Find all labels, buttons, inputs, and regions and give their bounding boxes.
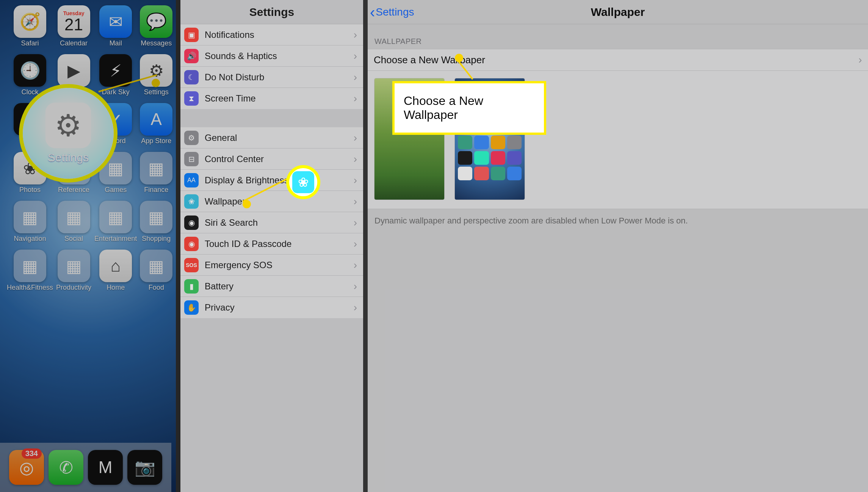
notifications-icon: ▣ xyxy=(184,28,199,42)
row-label: Wallpaper xyxy=(205,196,354,207)
app-label: Home xyxy=(107,284,125,292)
annotation-dot xyxy=(152,79,160,87)
app-label: Shopping xyxy=(142,235,171,243)
nav-title: Wallpaper xyxy=(591,6,645,19)
battery-icon: ▮ xyxy=(184,279,199,294)
app-home[interactable]: ⌂Home xyxy=(94,250,137,292)
nav-bar: ‹ Settings Wallpaper xyxy=(368,0,868,24)
settings-row-do-not-disturb[interactable]: ☾Do Not Disturb› xyxy=(180,67,363,88)
chevron-right-icon: › xyxy=(354,29,357,41)
settings-group-2: ⚙︎General›⊟Control Center›AADisplay & Br… xyxy=(180,127,363,318)
chevron-right-icon: › xyxy=(354,238,357,250)
chevron-right-icon: › xyxy=(354,50,357,62)
navigation-icon: ▦ xyxy=(14,201,46,233)
back-button[interactable]: ‹ Settings xyxy=(370,5,414,20)
dock-app-camera[interactable]: 📷 xyxy=(127,450,162,485)
mini-app-icon xyxy=(474,151,489,165)
dock-app-movies[interactable]: M xyxy=(88,450,123,485)
app-label: Health&Fitness xyxy=(7,284,53,292)
mini-app-icon xyxy=(458,167,472,180)
chevron-left-icon: ‹ xyxy=(370,5,375,20)
app-label: Clock xyxy=(22,88,39,96)
settings-row-screen-time[interactable]: ⧗Screen Time› xyxy=(180,88,363,109)
app-safari[interactable]: 🧭Safari xyxy=(7,5,53,47)
app-label: Photos xyxy=(19,186,41,194)
app-mail[interactable]: ✉︎Mail xyxy=(94,5,137,47)
settings-row-touch-id-passcode[interactable]: ◉Touch ID & Passcode› xyxy=(180,233,363,255)
app-label: Reference xyxy=(58,186,89,194)
app-label: Navigation xyxy=(14,235,46,243)
settings-row-battery[interactable]: ▮Battery› xyxy=(180,276,363,297)
calendar-icon: Tuesday21 xyxy=(58,5,90,38)
sounds-haptics-icon: 🔊 xyxy=(184,49,199,63)
app-shopping[interactable]: ▦Shopping xyxy=(140,201,172,243)
wallpaper-icon: ❀ xyxy=(292,171,314,193)
do-not-disturb-icon: ☾ xyxy=(184,70,199,84)
mini-app-icon xyxy=(507,136,522,149)
display-brightness-icon: AA xyxy=(184,173,199,187)
settings-row-siri-search[interactable]: ◉Siri & Search› xyxy=(180,212,363,233)
siri-search-icon: ◉ xyxy=(184,216,199,230)
touch-id-passcode-icon: ◉ xyxy=(184,237,199,251)
annotation-dot xyxy=(455,54,463,62)
app-productivity[interactable]: ▦Productivity xyxy=(56,250,91,292)
footer-note: Dynamic wallpaper and perspective zoom a… xyxy=(368,209,868,233)
settings-row-privacy[interactable]: ✋Privacy› xyxy=(180,297,363,318)
callout-choose-new-wallpaper: Choose a New Wallpaper xyxy=(392,81,546,135)
app-app-store[interactable]: AApp Store xyxy=(140,103,172,145)
section-header: WALLPAPER xyxy=(368,24,868,49)
health-fitness-icon: ▦ xyxy=(14,250,46,282)
row-label: General xyxy=(205,133,354,143)
app-entertainment[interactable]: ▦Entertainment xyxy=(94,201,137,243)
chevron-right-icon: › xyxy=(354,301,357,314)
row-label: Do Not Disturb xyxy=(205,72,354,83)
app-label: Calendar xyxy=(60,39,88,47)
app-navigation[interactable]: ▦Navigation xyxy=(7,201,53,243)
row-label: Emergency SOS xyxy=(205,260,354,270)
dock-app-phone[interactable]: ✆ xyxy=(49,450,83,485)
app-label: Entertainment xyxy=(94,235,137,243)
row-label: Touch ID & Passcode xyxy=(205,239,354,249)
chevron-right-icon: › xyxy=(354,132,357,144)
settings-list-panel: Settings ▣Notifications›🔊Sounds & Haptic… xyxy=(180,0,368,492)
mini-app-icon xyxy=(458,151,472,165)
annotation-dot xyxy=(243,200,251,208)
settings-row-display-brightness[interactable]: AADisplay & Brightness› xyxy=(180,170,363,191)
mini-app-icon xyxy=(474,167,489,180)
app-label: Social xyxy=(64,235,83,243)
row-label: Notifications xyxy=(205,30,354,40)
app-calendar[interactable]: Tuesday21Calendar xyxy=(56,5,91,47)
choose-label: Choose a New Wallpaper xyxy=(374,54,485,66)
messages-icon: 💬 xyxy=(140,5,172,38)
dock-app-overcast[interactable]: ◎334 xyxy=(9,450,44,485)
general-icon: ⚙︎ xyxy=(184,131,199,145)
mini-app-icon xyxy=(474,136,489,149)
mini-app-icon xyxy=(491,151,505,165)
app-food[interactable]: ▦Food xyxy=(140,250,172,292)
settings-row-general[interactable]: ⚙︎General› xyxy=(180,127,363,148)
app-label: Productivity xyxy=(56,284,91,292)
choose-new-wallpaper-row[interactable]: Choose a New Wallpaper › xyxy=(368,49,868,71)
youtube-icon: ▶ xyxy=(58,54,90,87)
app-health-fitness[interactable]: ▦Health&Fitness xyxy=(7,250,53,292)
chevron-right-icon: › xyxy=(354,153,357,165)
settings-row-emergency-sos[interactable]: SOSEmergency SOS› xyxy=(180,255,363,276)
chevron-right-icon: › xyxy=(354,259,357,271)
emergency-sos-icon: SOS xyxy=(184,258,199,272)
social-icon: ▦ xyxy=(58,201,90,233)
settings-row-notifications[interactable]: ▣Notifications› xyxy=(180,24,363,45)
mini-app-icon xyxy=(507,167,522,180)
app-finance[interactable]: ▦Finance xyxy=(140,152,172,194)
settings-row-control-center[interactable]: ⊟Control Center› xyxy=(180,148,363,170)
settings-group-1: ▣Notifications›🔊Sounds & Haptics›☾Do Not… xyxy=(180,24,363,109)
mini-app-icon xyxy=(507,151,522,165)
wallpaper-icon: ❀ xyxy=(184,194,199,209)
mail-icon: ✉︎ xyxy=(99,5,132,38)
app-messages[interactable]: 💬Messages xyxy=(140,5,172,47)
wallpaper-settings-panel: ‹ Settings Wallpaper WALLPAPER Choose a … xyxy=(368,0,868,492)
app-social[interactable]: ▦Social xyxy=(56,201,91,243)
app-label: Mail xyxy=(110,39,122,47)
zoom-label: Settings xyxy=(48,151,89,164)
settings-row-wallpaper[interactable]: ❀Wallpaper› xyxy=(180,191,363,212)
settings-row-sounds-haptics[interactable]: 🔊Sounds & Haptics› xyxy=(180,45,363,67)
